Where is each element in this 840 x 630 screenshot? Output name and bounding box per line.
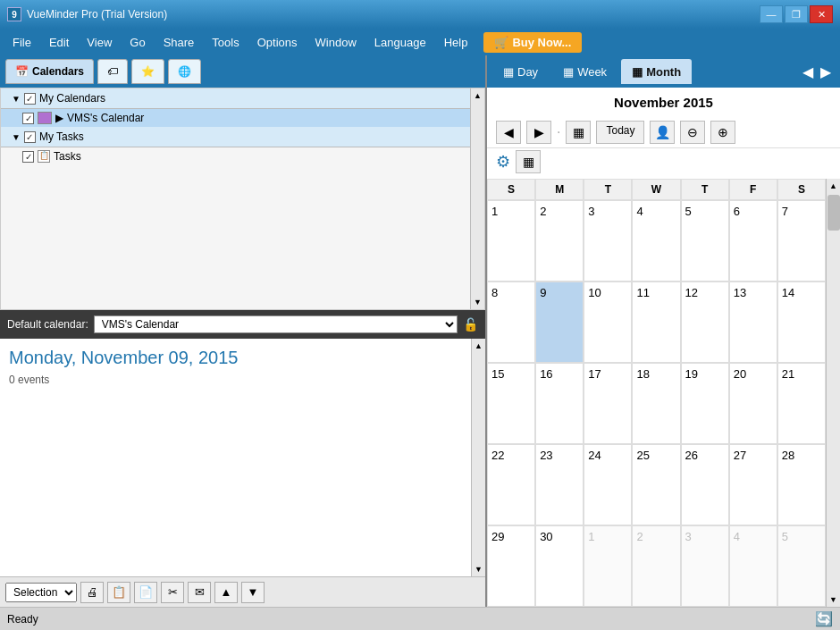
scroll-down-btn[interactable]: ▼ [471, 295, 484, 309]
day-dec-5[interactable]: 5 [777, 525, 826, 607]
cal-scroll-up[interactable]: ▲ [827, 179, 840, 193]
tasks-checkbox[interactable] [22, 151, 34, 163]
prev-month-button[interactable]: ◀ [496, 121, 521, 144]
day-14[interactable]: 14 [777, 281, 826, 363]
cart-icon: 🛒 [494, 36, 508, 49]
zoom-in-button[interactable]: ⊕ [710, 121, 735, 144]
day-12[interactable]: 12 [681, 281, 729, 363]
prev-nav-arrow[interactable]: ◀ [799, 63, 817, 80]
today-button[interactable]: Today [596, 121, 644, 144]
day-19[interactable]: 19 [681, 363, 729, 444]
day-10[interactable]: 10 [584, 281, 632, 363]
day-num-5: 5 [685, 205, 692, 218]
events-scroll-down[interactable]: ▼ [472, 562, 485, 576]
day-num-15: 15 [491, 367, 504, 381]
menu-file[interactable]: File [4, 32, 40, 53]
next-nav-arrow[interactable]: ▶ [817, 63, 835, 80]
my-calendars-checkbox[interactable] [24, 93, 36, 105]
tab-month[interactable]: ▦ Month [621, 59, 692, 84]
day-4[interactable]: 4 [632, 200, 680, 281]
day-11[interactable]: 11 [632, 281, 680, 363]
buy-now-button[interactable]: 🛒 Buy Now... [483, 32, 582, 53]
person-icon-btn[interactable]: 👤 [650, 121, 675, 144]
vms-calendar-checkbox[interactable] [22, 113, 34, 124]
day-23[interactable]: 23 [535, 444, 584, 525]
app-title: VueMinder Pro (Trial Version) [27, 8, 167, 21]
day-3[interactable]: 3 [584, 200, 632, 281]
tab-tags[interactable]: 🏷 [97, 59, 128, 84]
calendar-tab-icon: 📅 [15, 65, 29, 78]
day-22[interactable]: 22 [487, 444, 535, 525]
menu-edit[interactable]: Edit [40, 32, 78, 53]
day-dec-3[interactable]: 3 [681, 525, 729, 607]
vms-calendar-item[interactable]: ▶ VMS's Calendar [1, 109, 484, 127]
close-button[interactable]: ✕ [810, 5, 833, 23]
restore-button[interactable]: ❐ [785, 5, 808, 23]
my-tasks-checkbox[interactable] [24, 131, 36, 143]
day-5[interactable]: 5 [681, 200, 729, 281]
cut-button[interactable]: ✂ [161, 582, 184, 603]
tab-week[interactable]: ▦ Week [552, 59, 617, 84]
day-28[interactable]: 28 [777, 444, 826, 525]
day-20[interactable]: 20 [729, 363, 777, 444]
minimize-button[interactable]: — [760, 5, 783, 23]
vms-calendar-name: VMS's Calendar [67, 112, 144, 124]
copy-button[interactable]: 📋 [107, 582, 130, 603]
menu-language[interactable]: Language [365, 32, 435, 53]
day-8[interactable]: 8 [487, 281, 535, 363]
day-29[interactable]: 29 [487, 525, 535, 607]
next-month-button[interactable]: ▶ [526, 121, 551, 144]
tab-favorites[interactable]: ⭐ [131, 59, 164, 84]
paste-button[interactable]: 📄 [134, 582, 157, 603]
day-15[interactable]: 15 [487, 363, 535, 444]
menu-help[interactable]: Help [435, 32, 477, 53]
zoom-out-button[interactable]: ⊖ [680, 121, 705, 144]
month-year-header: November 2015 [487, 88, 840, 117]
tasks-item[interactable]: 📋 Tasks [1, 147, 484, 165]
day-1[interactable]: 1 [487, 200, 535, 281]
selection-dropdown[interactable]: Selection [5, 583, 77, 602]
day-18[interactable]: 18 [632, 363, 680, 444]
menu-tools[interactable]: Tools [203, 32, 248, 53]
up-arrow-icon: ▲ [221, 585, 232, 599]
day-30[interactable]: 30 [535, 525, 584, 607]
day-2[interactable]: 2 [535, 200, 584, 281]
day-7[interactable]: 7 [777, 200, 826, 281]
day-27[interactable]: 27 [729, 444, 777, 525]
day-25[interactable]: 25 [632, 444, 680, 525]
email-button[interactable]: ✉ [188, 582, 211, 603]
day-17[interactable]: 17 [584, 363, 632, 444]
cal-view-button[interactable]: ▦ [566, 121, 591, 144]
menu-options[interactable]: Options [248, 32, 307, 53]
day-16[interactable]: 16 [535, 363, 584, 444]
week-row-3: 15 16 17 18 19 20 21 [487, 363, 826, 444]
my-tasks-toggle[interactable]: ▼ [12, 132, 21, 142]
default-cal-select[interactable]: VMS's Calendar [94, 315, 458, 333]
scroll-up-btn[interactable]: ▲ [471, 88, 484, 103]
tab-day[interactable]: ▦ Day [492, 59, 549, 84]
move-down-button[interactable]: ▼ [241, 582, 265, 603]
day-24[interactable]: 24 [584, 444, 632, 525]
tab-globe[interactable]: 🌐 [168, 59, 201, 84]
day-dec-2[interactable]: 2 [632, 525, 680, 607]
menu-go[interactable]: Go [121, 32, 154, 53]
day-26[interactable]: 26 [681, 444, 729, 525]
print-button[interactable]: 🖨 [80, 582, 104, 603]
my-calendars-label: My Calendars [39, 92, 105, 105]
menu-view[interactable]: View [78, 32, 121, 53]
events-scroll-up[interactable]: ▲ [472, 339, 485, 353]
day-13[interactable]: 13 [729, 281, 777, 363]
menu-share[interactable]: Share [155, 32, 204, 53]
day-dec-4[interactable]: 4 [729, 525, 777, 607]
settings-icon[interactable]: ⚙ [496, 152, 510, 172]
menu-window[interactable]: Window [307, 32, 365, 53]
move-up-button[interactable]: ▲ [214, 582, 238, 603]
day-6[interactable]: 6 [729, 200, 777, 281]
cal-icon-btn2[interactable]: ▦ [516, 150, 541, 173]
my-calendars-toggle[interactable]: ▼ [12, 94, 21, 104]
day-9[interactable]: 9 [535, 281, 584, 363]
cal-scroll-down[interactable]: ▼ [827, 592, 840, 607]
day-dec-1[interactable]: 1 [584, 525, 632, 607]
tab-calendars[interactable]: 📅 Calendars [5, 59, 94, 84]
day-21[interactable]: 21 [777, 363, 826, 444]
